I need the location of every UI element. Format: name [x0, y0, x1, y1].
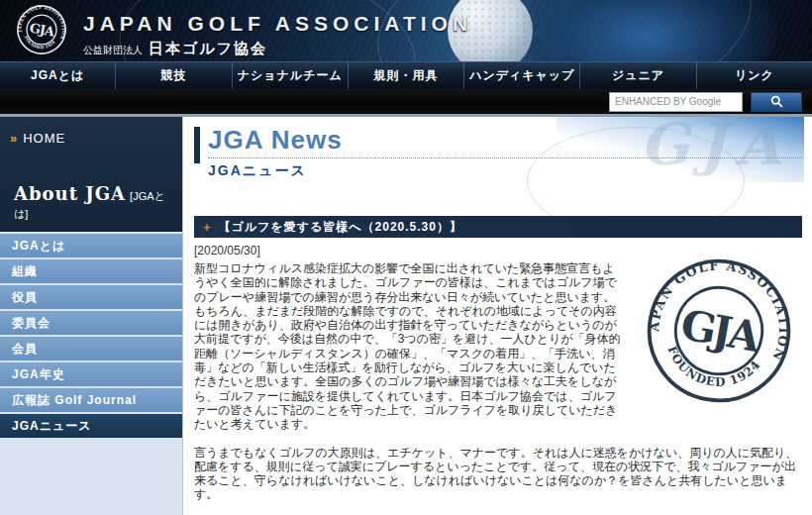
plus-icon: +	[203, 220, 211, 235]
nav-tab-competitions[interactable]: 競技	[115, 62, 231, 89]
sidebar-item-organization[interactable]: 組織	[0, 259, 182, 283]
article-paragraph: 言うまでもなくゴルフの大原則は、エチケット、マナーです。それは人に迷惑をかけない…	[194, 446, 802, 502]
sidebar-item-officers[interactable]: 役員	[0, 285, 182, 309]
nav-tab-rules-equipment[interactable]: 規則・用具	[348, 62, 463, 89]
nav-tab-handicap[interactable]: ハンディキャップ	[463, 62, 579, 89]
site-subtitle: 公益財団法人日本ゴルフ協会	[83, 40, 472, 58]
sidebar-item-jga-news[interactable]: JGAニュース	[0, 414, 182, 438]
home-arrow-icon: »	[10, 131, 17, 146]
site-header[interactable]: JAPAN GOLF ASSOCIATION • FOUNDED 1924 • …	[0, 0, 812, 61]
nav-tab-links[interactable]: リンク	[696, 62, 812, 89]
sidebar-item-committees[interactable]: 委員会	[0, 311, 182, 335]
sidebar-header: » HOME About JGA[JGAとは]	[0, 117, 182, 234]
site-title: JAPAN GOLF ASSOCIATION	[83, 12, 472, 36]
page-header: JGA News JGAニュース	[194, 127, 802, 180]
news-article: + 【ゴルフを愛する皆様へ（2020.5.30）】 [2020/05/30]	[194, 216, 802, 515]
page-title: JGA News	[208, 127, 802, 158]
title-accent-bar	[194, 127, 200, 163]
home-label: HOME	[23, 131, 65, 146]
article-body: JAPAN GOLF ASSOCIATION • FOUNDED 1924 • …	[194, 261, 802, 515]
svg-text:GJA: GJA	[677, 300, 764, 361]
main-content: GJA JGA News JGAニュース + 【ゴルフを愛する皆様へ（2020.…	[183, 117, 812, 515]
main-navigation: JGAとは 競技 ナショナルチーム 規則・用具 ハンディキャップ ジュニア リン…	[0, 61, 812, 89]
sidebar-item-home[interactable]: » HOME	[0, 129, 182, 146]
search-icon	[770, 95, 783, 108]
search-input[interactable]	[609, 92, 743, 112]
sidebar-item-jga-about[interactable]: JGAとは	[0, 234, 182, 258]
article-title-bar[interactable]: + 【ゴルフを愛する皆様へ（2020.5.30）】	[194, 216, 802, 238]
sidebar-item-members[interactable]: 会員	[0, 337, 182, 360]
jga-seal-logo: JAPAN GOLF ASSOCIATION • FOUNDED 1924 • …	[16, 4, 67, 59]
nav-tab-national-team[interactable]: ナショナルチーム	[232, 62, 348, 89]
search-strip	[0, 89, 812, 117]
nav-tab-jga-about[interactable]: JGAとは	[0, 62, 115, 89]
article-title: 【ゴルフを愛する皆様へ（2020.5.30）】	[219, 219, 462, 236]
search-button[interactable]	[751, 92, 802, 112]
sidebar-item-jga-history[interactable]: JGA年史	[0, 362, 182, 386]
page-subtitle: JGAニュース	[208, 162, 802, 180]
svg-text:GJA: GJA	[29, 21, 57, 40]
jga-seal-stamp: JAPAN GOLF ASSOCIATION • FOUNDED 1924 • …	[638, 256, 800, 406]
jga-website-page: JAPAN GOLF ASSOCIATION • FOUNDED 1924 • …	[0, 0, 812, 515]
sidebar: » HOME About JGA[JGAとは] JGAとは 組織 役員 委員会 …	[0, 117, 183, 515]
nav-tab-junior[interactable]: ジュニア	[579, 62, 695, 89]
sidebar-item-golf-journal[interactable]: 広報誌 Golf Journal	[0, 388, 182, 412]
sidebar-section-title: About JGA[JGAとは]	[0, 183, 182, 232]
